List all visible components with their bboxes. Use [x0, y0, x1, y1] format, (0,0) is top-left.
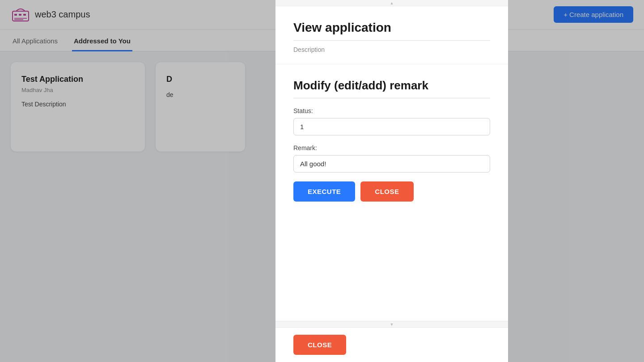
remark-input[interactable] — [293, 155, 490, 173]
modal-scroll-bottom: ▼ — [275, 321, 508, 327]
view-application-section: View application Description — [275, 6, 508, 64]
status-form-group: Status: — [293, 107, 490, 135]
modify-remark-section: Modify (edit/add) remark Status: Remark:… — [275, 64, 508, 212]
modal-scroll-area[interactable]: View application Description Modify (edi… — [275, 6, 508, 321]
modal-scroll-top: ▲ — [275, 0, 508, 6]
description-label: Description — [293, 46, 490, 53]
execute-button[interactable]: EXECUTE — [293, 181, 355, 202]
close-bottom-button[interactable]: CLOSE — [293, 335, 346, 355]
modify-divider — [293, 98, 490, 98]
modal-container: ▲ View application Description Modify (e… — [275, 0, 508, 362]
modal-overlay[interactable]: ▲ View application Description Modify (e… — [0, 0, 644, 362]
modal-spacer — [275, 212, 508, 302]
status-label: Status: — [293, 107, 490, 114]
remark-label: Remark: — [293, 144, 490, 152]
modal-bottom-bar: CLOSE — [275, 327, 508, 362]
close-modal-button[interactable]: CLOSE — [360, 181, 413, 202]
modal-view-title: View application — [293, 21, 490, 35]
action-buttons-row: EXECUTE CLOSE — [293, 181, 490, 202]
status-input[interactable] — [293, 118, 490, 135]
modal-divider-1 — [293, 40, 490, 41]
modify-title: Modify (edit/add) remark — [293, 79, 490, 93]
remark-form-group: Remark: — [293, 144, 490, 173]
